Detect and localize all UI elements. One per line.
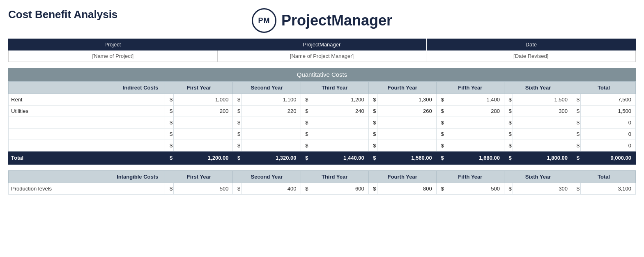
indirect-costs-table: Indirect Costs First Year Second Year Th… (8, 81, 636, 165)
value-cell: 1,500 (513, 94, 572, 106)
table-row: $$$$$$$0 (9, 128, 636, 140)
dollar-sign: $ (436, 117, 445, 128)
th-intangible-costs: Intangible Costs (9, 171, 165, 183)
dollar-sign: $ (504, 140, 513, 151)
total-dollar-sign: $ (368, 151, 377, 165)
th2-second-year: Second Year (233, 171, 301, 183)
dollar-sign: $ (572, 117, 581, 128)
dollar-sign: $ (504, 94, 513, 106)
th2-first-year: First Year (165, 171, 233, 183)
info-values: [Name of Project] [Name of Project Manag… (8, 50, 636, 62)
value-cell: 400 (242, 183, 301, 195)
value-cell (513, 117, 572, 128)
dollar-sign: $ (301, 117, 309, 128)
value-cell: 7,500 (580, 94, 635, 106)
dollar-sign: $ (165, 128, 174, 140)
logo-pm-text: PM (258, 16, 270, 25)
value-cell: 1,300 (377, 94, 436, 106)
table-row: Utilities$200$220$240$260$280$300$1,500 (9, 106, 636, 117)
value-cell: 300 (513, 106, 572, 117)
dollar-sign: $ (301, 140, 309, 151)
value-cell (513, 140, 572, 151)
dollar-sign: $ (368, 94, 377, 106)
info-project-value: [Name of Project] (9, 50, 218, 62)
dollar-sign: $ (165, 140, 174, 151)
value-cell (445, 117, 504, 128)
value-cell (242, 117, 301, 128)
row-label: Rent (9, 94, 165, 106)
table-row: $$$$$$$0 (9, 117, 636, 128)
total-dollar-sign: $ (165, 151, 174, 165)
dollar-sign: $ (572, 94, 581, 106)
page: Cost Benefit Analysis PM ProjectManager … (0, 0, 644, 257)
value-cell (445, 128, 504, 140)
dollar-sign: $ (165, 106, 174, 117)
th2-fifth-year: Fifth Year (436, 171, 504, 183)
row-label (9, 128, 165, 140)
dollar-sign: $ (301, 128, 309, 140)
header: Cost Benefit Analysis PM ProjectManager (8, 4, 636, 35)
value-cell (174, 117, 233, 128)
th-total: Total (572, 82, 636, 94)
value-cell: 3,100 (580, 183, 635, 195)
table-row: $$$$$$$0 (9, 140, 636, 151)
dollar-sign: $ (572, 128, 581, 140)
value-cell: 0 (580, 117, 635, 128)
value-cell: 200 (174, 106, 233, 117)
dollar-sign: $ (233, 140, 242, 151)
dollar-sign: $ (368, 128, 377, 140)
row-label: Utilities (9, 106, 165, 117)
dollar-sign: $ (165, 94, 174, 106)
value-cell: 300 (513, 183, 572, 195)
dollar-sign: $ (504, 117, 513, 128)
value-cell: 1,400 (445, 94, 504, 106)
table-row: Production levels$500$400$600$800$500$30… (9, 183, 636, 195)
dollar-sign: $ (572, 106, 581, 117)
row-label (9, 140, 165, 151)
quantitative-costs-header: Quantitative Costs (8, 68, 636, 81)
value-cell: 220 (242, 106, 301, 117)
value-cell (309, 117, 368, 128)
value-cell (242, 128, 301, 140)
value-cell: 240 (309, 106, 368, 117)
total-dollar-sign: $ (572, 151, 581, 165)
value-cell: 800 (377, 183, 436, 195)
dollar-sign: $ (301, 106, 309, 117)
dollar-sign: $ (301, 94, 309, 106)
value-cell: 500 (174, 183, 233, 195)
total-row: Total$1,200.00$1,320.00$1,440.00$1,560.0… (9, 151, 636, 165)
th2-sixth-year: Sixth Year (504, 171, 572, 183)
total-dollar-sign: $ (233, 151, 242, 165)
total-value: 1,440.00 (309, 151, 368, 165)
logo-circle: PM (252, 8, 276, 33)
dollar-sign: $ (436, 94, 445, 106)
total-dollar-sign: $ (301, 151, 309, 165)
dollar-sign: $ (233, 183, 242, 195)
value-cell: 600 (309, 183, 368, 195)
value-cell: 1,500 (580, 106, 635, 117)
dollar-sign: $ (436, 140, 445, 151)
dollar-sign: $ (572, 140, 581, 151)
value-cell (174, 128, 233, 140)
total-value: 9,000.00 (580, 151, 635, 165)
dollar-sign: $ (368, 117, 377, 128)
value-cell (242, 140, 301, 151)
value-cell (377, 128, 436, 140)
dollar-sign: $ (368, 106, 377, 117)
value-cell: 260 (377, 106, 436, 117)
total-value: 1,200.00 (174, 151, 233, 165)
value-cell (513, 128, 572, 140)
th2-third-year: Third Year (301, 171, 368, 183)
value-cell (377, 140, 436, 151)
dollar-sign: $ (572, 183, 581, 195)
info-date-value: [Date Revised] (426, 50, 635, 62)
value-cell (445, 140, 504, 151)
dollar-sign: $ (368, 140, 377, 151)
th-second-year: Second Year (233, 82, 301, 94)
value-cell (174, 140, 233, 151)
dollar-sign: $ (233, 117, 242, 128)
total-label: Total (9, 151, 165, 165)
info-pm-value: [Name of Project Manager] (218, 50, 427, 62)
dollar-sign: $ (233, 128, 242, 140)
row-label (9, 117, 165, 128)
